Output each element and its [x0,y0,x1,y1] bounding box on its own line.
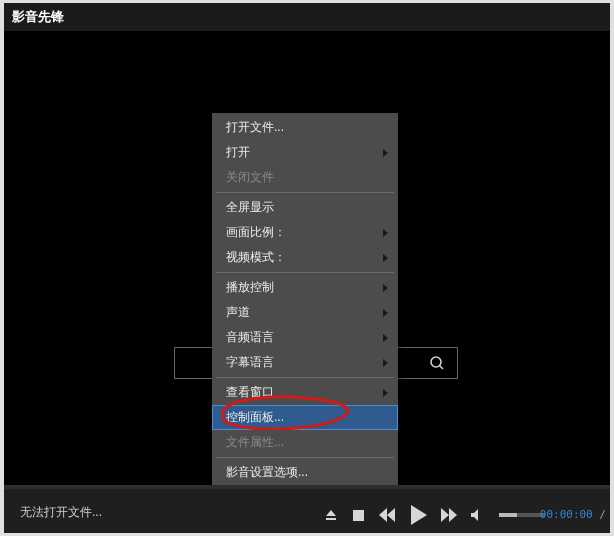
menu-item: 关闭文件 [212,165,398,190]
menu-item-label: 打开 [226,145,250,159]
playback-controls [324,505,545,525]
menu-item-label: 控制面板... [226,410,284,424]
svg-rect-3 [326,518,336,520]
menu-item-label: 文件属性... [226,435,284,449]
svg-line-1 [440,366,444,370]
menu-item[interactable]: 视频模式： [212,245,398,270]
menu-item-label: 画面比例： [226,225,286,239]
eject-button[interactable] [324,508,338,522]
menu-item[interactable]: 查看窗口 [212,380,398,405]
menu-item-label: 关闭文件 [226,170,274,184]
submenu-arrow-icon [383,284,388,292]
progress-bar[interactable] [4,485,610,489]
menu-separator [216,457,394,458]
menu-item-label: 影音设置选项... [226,465,308,479]
menu-separator [216,377,394,378]
menu-item-label: 查看窗口 [226,385,274,399]
context-menu: 打开文件...打开关闭文件全屏显示画面比例：视频模式：播放控制声道音频语言字幕语… [212,113,398,487]
svg-marker-5 [387,508,395,522]
menu-item[interactable]: 音频语言 [212,325,398,350]
time-current: 00:00:00 [540,508,593,521]
eject-icon [324,508,338,522]
menu-separator [216,192,394,193]
submenu-arrow-icon [383,149,388,157]
previous-button[interactable] [379,508,395,522]
volume-button[interactable] [471,509,485,521]
menu-item-label: 全屏显示 [226,200,274,214]
submenu-arrow-icon [383,229,388,237]
control-bar: 无法打开文件... [4,485,610,533]
svg-marker-8 [441,508,449,522]
next-icon [441,508,457,522]
stop-icon [352,509,365,522]
menu-item-label: 打开文件... [226,120,284,134]
play-icon [409,505,427,525]
menu-separator [216,272,394,273]
menu-item[interactable]: 播放控制 [212,275,398,300]
app-title: 影音先锋 [12,9,64,24]
menu-item-label: 声道 [226,305,250,319]
svg-marker-6 [379,508,387,522]
play-button[interactable] [409,505,427,525]
time-display: 00:00:00 / [540,508,606,521]
player-window: 影音先锋 ny 打开文件...打开关闭文件全屏显示画面比例：视频模式：播放控制声… [4,3,610,533]
submenu-arrow-icon [383,309,388,317]
menu-item[interactable]: 打开文件... [212,115,398,140]
submenu-arrow-icon [383,389,388,397]
svg-rect-4 [353,510,364,521]
stop-button[interactable] [352,509,365,522]
menu-item-label: 字幕语言 [226,355,274,369]
time-separator: / [593,508,606,521]
svg-marker-7 [411,505,427,525]
menu-item[interactable]: 字幕语言 [212,350,398,375]
menu-item[interactable]: 控制面板... [212,405,398,430]
menu-item-label: 音频语言 [226,330,274,344]
video-area[interactable]: ny 打开文件...打开关闭文件全屏显示画面比例：视频模式：播放控制声道音频语言… [14,31,610,485]
svg-marker-10 [471,509,478,521]
next-button[interactable] [441,508,457,522]
menu-item[interactable]: 全屏显示 [212,195,398,220]
volume-icon [471,509,485,521]
menu-item[interactable]: 影音设置选项... [212,460,398,485]
menu-item-label: 视频模式： [226,250,286,264]
menu-item-label: 播放控制 [226,280,274,294]
volume-slider[interactable] [499,513,545,517]
previous-icon [379,508,395,522]
status-text: 无法打开文件... [20,504,102,521]
menu-item: 文件属性... [212,430,398,455]
submenu-arrow-icon [383,334,388,342]
search-button[interactable] [417,348,457,378]
title-bar: 影音先锋 [4,3,610,31]
submenu-arrow-icon [383,254,388,262]
menu-item[interactable]: 打开 [212,140,398,165]
search-icon [429,355,445,371]
svg-marker-2 [326,510,336,516]
svg-marker-9 [449,508,457,522]
menu-item[interactable]: 声道 [212,300,398,325]
submenu-arrow-icon [383,359,388,367]
menu-item[interactable]: 画面比例： [212,220,398,245]
